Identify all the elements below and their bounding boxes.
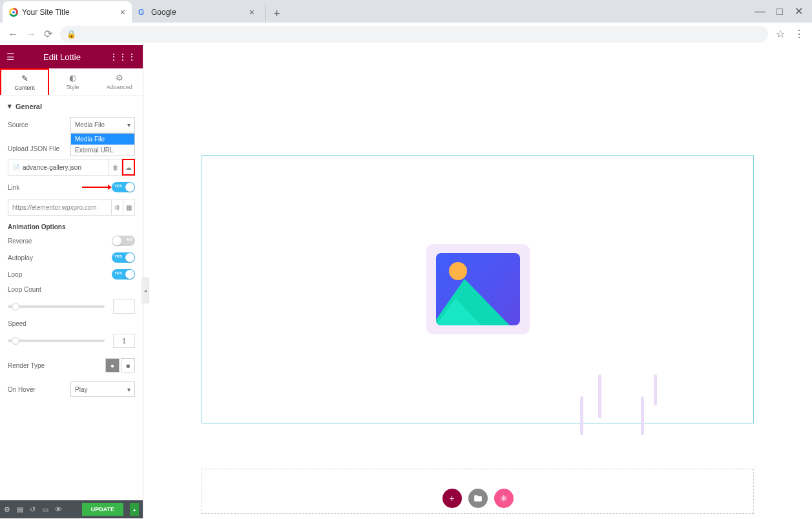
lottie-widget[interactable] xyxy=(426,244,530,334)
canvas-area: + ✳ xyxy=(143,45,812,518)
tabs-row: Your Site Title × G Google × + — □ ✕ xyxy=(0,0,812,23)
on-hover-select[interactable]: Play ▾ xyxy=(70,382,135,397)
add-section-button[interactable]: + xyxy=(442,489,462,508)
maximize-icon[interactable]: □ xyxy=(776,6,783,17)
lock-icon: 🔒 xyxy=(67,30,76,39)
tab-label: Advanced xyxy=(107,84,132,90)
gear-icon: ⚙ xyxy=(116,73,123,83)
autoplay-toggle[interactable]: YES xyxy=(112,252,135,263)
google-icon: G xyxy=(138,8,147,17)
uploaded-file-input[interactable]: 📄 advance-gallery.json xyxy=(8,159,109,176)
tab-label: Style xyxy=(66,84,79,90)
close-window-icon[interactable]: ✕ xyxy=(795,5,803,17)
section-container[interactable] xyxy=(202,155,754,423)
chevron-down-icon: ▾ xyxy=(127,386,130,393)
on-hover-label: On Hover xyxy=(8,386,36,393)
panel-tabs: ✎ Content ◐ Style ⚙ Advanced xyxy=(0,68,143,96)
contrast-icon: ◐ xyxy=(69,73,76,83)
section-title: General xyxy=(16,103,42,110)
tab-title: Your Site Title xyxy=(22,8,70,17)
tab-inactive[interactable]: G Google × xyxy=(132,1,261,23)
navigator-icon[interactable]: ▤ xyxy=(17,505,23,514)
address-row: ← → ⟳ 🔒 ☆ ⋮ xyxy=(0,23,812,45)
update-button[interactable]: UPDATE xyxy=(82,503,123,516)
new-tab-button[interactable]: + xyxy=(265,5,283,23)
apps-icon[interactable]: ⋮⋮⋮ xyxy=(109,52,136,62)
menu-icon[interactable]: ☰ xyxy=(6,52,15,62)
caret-down-icon: ▾ xyxy=(8,102,12,110)
minimize-icon[interactable]: — xyxy=(755,6,765,17)
link-label: Link xyxy=(8,184,19,191)
upload-label: Upload JSON File xyxy=(8,145,59,152)
window-controls: — □ ✕ xyxy=(755,0,812,23)
link-url-input[interactable]: https://elementor.wpxpro.com xyxy=(8,199,112,216)
loop-label: Loop xyxy=(8,271,22,278)
decoration xyxy=(580,396,583,435)
close-icon[interactable]: × xyxy=(120,7,125,17)
source-select[interactable]: Media File ▾ Media File External URL xyxy=(70,117,135,132)
settings-icon[interactable]: ⚙ xyxy=(4,505,10,514)
source-label: Source xyxy=(8,121,28,128)
browser-chrome: Your Site Title × G Google × + — □ ✕ ← →… xyxy=(0,0,812,45)
link-toggle[interactable]: YES xyxy=(112,182,135,192)
animation-options-heading: Animation Options xyxy=(8,223,135,230)
file-name: advance-gallery.json xyxy=(23,164,81,171)
speed-input[interactable] xyxy=(113,334,135,348)
panel-footer: ⚙ ▤ ↺ ▭ 👁 UPDATE ▴ xyxy=(0,500,143,518)
tab-title: Google xyxy=(151,8,176,17)
panel-header: ☰ Edit Lottie ⋮⋮⋮ xyxy=(0,45,143,68)
render-canvas-button[interactable]: ■ xyxy=(121,358,135,372)
pencil-icon: ✎ xyxy=(21,74,28,83)
speed-slider[interactable] xyxy=(8,340,105,342)
forward-icon[interactable]: → xyxy=(26,28,36,40)
source-option-media[interactable]: Media File xyxy=(71,134,134,145)
section-general-toggle[interactable]: ▾ General xyxy=(0,96,143,117)
panel-body: Source Media File ▾ Media File External … xyxy=(0,117,143,500)
render-svg-button[interactable]: ● xyxy=(105,358,120,372)
reverse-label: Reverse xyxy=(8,238,32,245)
loop-count-input[interactable] xyxy=(113,300,135,314)
star-icon[interactable]: ☆ xyxy=(776,28,785,40)
delete-file-button[interactable]: 🗑 xyxy=(109,159,122,176)
menu-dots-icon[interactable]: ⋮ xyxy=(794,28,804,40)
source-dropdown: Media File External URL xyxy=(70,133,135,156)
tab-active[interactable]: Your Site Title × xyxy=(3,1,132,23)
extra-button[interactable]: ✳ xyxy=(494,489,514,508)
lottie-preview xyxy=(436,253,520,325)
autoplay-label: Autoplay xyxy=(8,254,33,261)
panel-title: Edit Lottie xyxy=(43,52,81,62)
source-option-url[interactable]: External URL xyxy=(71,145,134,156)
tab-label: Content xyxy=(14,85,35,91)
loop-count-slider[interactable] xyxy=(8,305,105,308)
close-icon[interactable]: × xyxy=(249,7,255,17)
history-icon[interactable]: ↺ xyxy=(30,505,36,514)
decoration xyxy=(598,374,601,418)
file-row: 📄 advance-gallery.json 🗑 ☁ xyxy=(8,159,135,176)
file-icon: 📄 xyxy=(12,164,20,171)
url-bar[interactable]: 🔒 xyxy=(60,26,768,43)
decoration xyxy=(641,396,644,435)
reverse-toggle[interactable]: NO xyxy=(112,236,135,246)
new-section-placeholder[interactable]: + ✳ xyxy=(202,469,754,514)
chevron-down-icon: ▾ xyxy=(127,121,130,128)
back-icon[interactable]: ← xyxy=(8,28,18,40)
speed-label: Speed xyxy=(8,320,26,327)
editor-panel: ☰ Edit Lottie ⋮⋮⋮ ✎ Content ◐ Style ⚙ Ad… xyxy=(0,45,143,518)
tab-style[interactable]: ◐ Style xyxy=(49,68,96,95)
loop-toggle[interactable]: YES xyxy=(112,269,135,280)
reload-icon[interactable]: ⟳ xyxy=(44,28,52,40)
link-dynamic-button[interactable]: ▦ xyxy=(123,199,135,216)
tab-content[interactable]: ✎ Content xyxy=(0,68,49,95)
update-dropdown[interactable]: ▴ xyxy=(130,503,139,516)
render-type-label: Render Type xyxy=(8,362,45,369)
select-value: Media File xyxy=(75,121,105,128)
link-settings-button[interactable]: ⚙ xyxy=(112,199,123,216)
tab-advanced[interactable]: ⚙ Advanced xyxy=(96,68,143,95)
preview-icon[interactable]: 👁 xyxy=(55,505,62,513)
chrome-icon xyxy=(9,8,18,17)
responsive-icon[interactable]: ▭ xyxy=(42,505,48,514)
upload-file-button[interactable]: ☁ xyxy=(122,159,135,176)
decoration xyxy=(654,374,657,405)
loop-count-label: Loop Count xyxy=(8,286,41,293)
template-button[interactable] xyxy=(468,489,488,508)
